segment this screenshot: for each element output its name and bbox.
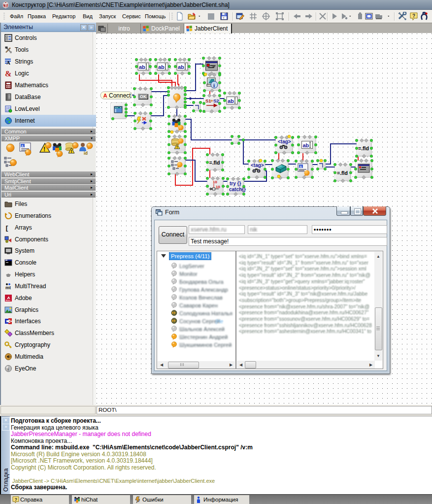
svg-text:S2: S2 xyxy=(213,98,219,103)
svg-text:10: 10 xyxy=(216,185,220,189)
svg-text:OK: OK xyxy=(140,94,147,99)
svg-text:<tag>: <tag> xyxy=(251,163,264,168)
svg-text:[ ]: [ ] xyxy=(5,225,12,232)
svg-text:A: A xyxy=(6,60,10,66)
svg-text:A: A xyxy=(21,144,24,148)
svg-text:Connect: Connect xyxy=(109,92,131,99)
svg-text:!: ! xyxy=(176,145,178,149)
svg-text:z: z xyxy=(137,499,140,503)
svg-text:i: i xyxy=(213,82,215,88)
svg-text:&: & xyxy=(5,69,11,77)
svg-text:10: 10 xyxy=(213,180,217,184)
svg-text:<tag>: <tag> xyxy=(278,139,291,144)
svg-text:=.fld: =.fld xyxy=(358,145,369,151)
svg-text:!: ! xyxy=(71,149,72,154)
svg-text:=.fld: =.fld xyxy=(209,160,220,166)
svg-text:ab: ab xyxy=(178,64,184,70)
svg-text:ab: ab xyxy=(303,142,309,148)
svg-text:ab: ab xyxy=(139,64,145,70)
svg-text:ab: ab xyxy=(228,98,234,104)
svg-text:ab: ab xyxy=(158,64,165,70)
svg-text:=.fld: =.fld xyxy=(337,170,348,176)
svg-text:mt: mt xyxy=(5,285,11,290)
svg-text:id: id xyxy=(84,151,88,156)
svg-text:A: A xyxy=(103,93,107,99)
svg-text:A: A xyxy=(299,165,302,168)
svg-text:Adobe: Adobe xyxy=(6,300,11,302)
svg-text:+: + xyxy=(211,99,213,103)
svg-text:?: ? xyxy=(412,13,415,19)
svg-text:try {}: try {} xyxy=(230,181,241,186)
svg-text:?: ? xyxy=(15,497,18,502)
svg-text:!: ! xyxy=(43,145,45,153)
